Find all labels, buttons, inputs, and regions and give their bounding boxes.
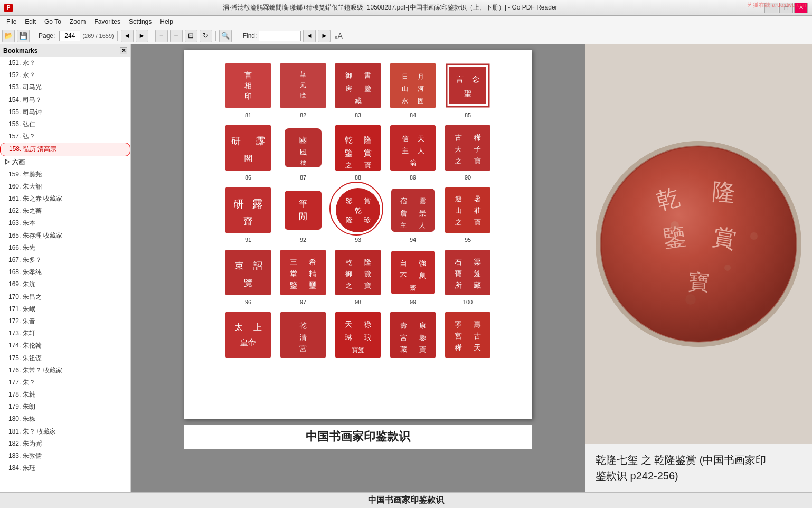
menu-file[interactable]: File — [2, 17, 21, 26]
bookmark-item-181[interactable]: 181. 朱？ 收藏家 — [0, 426, 130, 438]
svg-text:鑒: 鑒 — [346, 197, 353, 205]
svg-point-149 — [724, 265, 731, 271]
svg-text:璋: 璋 — [300, 92, 306, 99]
nav-forward[interactable]: ► — [136, 30, 148, 42]
bookmark-item-163[interactable]: 163. 朱本 — [0, 217, 130, 229]
seal-img-89: 信 天 主 人 翁 — [388, 123, 438, 173]
bookmark-item-176[interactable]: 176. 朱常？ 收藏家 — [0, 364, 130, 377]
find-next[interactable]: ► — [318, 30, 331, 42]
seal-cell-92: 筆 閒 92 — [278, 185, 328, 243]
bookmark-item-169[interactable]: 169. 朱沆 — [0, 278, 130, 290]
seal-row-5: 太 上 皇帝 乾 清 宮 — [194, 309, 522, 360]
seal-cell-95: 避 暑 山 莊 之 寶 95 — [442, 185, 493, 243]
seal-img-99: 自 強 不 息 齋 — [388, 247, 438, 298]
seal-img-96: 束 詔 覽 — [223, 247, 273, 298]
bookmark-item-167[interactable]: 167. 朱多？ — [0, 254, 130, 266]
bookmark-item-168[interactable]: 168. 朱孝纯 — [0, 266, 130, 278]
rotate[interactable]: ↻ — [200, 30, 212, 42]
bookmark-item-173[interactable]: 173. 朱轩 — [0, 327, 130, 340]
bookmark-item-177[interactable]: 177. 朱？ — [0, 377, 130, 389]
bookmark-item-155[interactable]: 155. 司马钟 — [0, 106, 130, 118]
menu-settings[interactable]: Settings — [125, 17, 156, 26]
svg-rect-34 — [335, 125, 381, 171]
menu-zoom[interactable]: Zoom — [65, 17, 90, 26]
bookmark-item-178[interactable]: 178. 朱㲤 — [0, 389, 130, 401]
menu-help[interactable]: Help — [156, 17, 177, 26]
bookmark-section-六画[interactable]: ▷ 六画 — [0, 156, 130, 168]
bookmark-item-183[interactable]: 183. 朱敦儒 — [0, 450, 130, 462]
page-input[interactable] — [59, 31, 80, 41]
bookmark-item-172[interactable]: 172. 朱音 — [0, 315, 130, 327]
svg-text:寶笈: 寶笈 — [352, 346, 364, 354]
open-button[interactable]: 📂 — [2, 30, 15, 42]
watermark: 艺狐在线 artfoxlive.com — [747, 1, 808, 9]
svg-text:御: 御 — [345, 270, 352, 278]
svg-text:月: 月 — [418, 73, 424, 80]
sidebar-header: Bookmarks ✕ — [0, 44, 130, 57]
svg-text:渠: 渠 — [474, 258, 481, 266]
pdf-view[interactable]: 言 相 印 81 華 元 — [131, 44, 585, 492]
bookmark-item-157[interactable]: 157. 弘？ — [0, 130, 130, 143]
bookmark-item-159[interactable]: 159. 年羹尧 — [0, 168, 130, 181]
bookmark-item-175[interactable]: 175. 朱祖谋 — [0, 352, 130, 364]
svg-text:御: 御 — [345, 71, 352, 79]
save-button[interactable]: 💾 — [17, 30, 30, 42]
svg-text:閒: 閒 — [299, 212, 307, 221]
bookmark-item-152[interactable]: 152. 永？ — [0, 69, 130, 81]
svg-text:露: 露 — [252, 198, 263, 210]
menu-edit[interactable]: Edit — [21, 17, 40, 26]
svg-point-151 — [750, 232, 758, 240]
svg-text:壽: 壽 — [400, 322, 407, 330]
svg-text:樓: 樓 — [300, 159, 306, 166]
svg-text:太: 太 — [234, 323, 243, 332]
svg-text:所: 所 — [455, 281, 462, 289]
menu-favorites[interactable]: Favorites — [90, 17, 125, 26]
sidebar-close-button[interactable]: ✕ — [120, 47, 127, 54]
search-btn[interactable]: 🔍 — [219, 30, 232, 42]
menu-goto[interactable]: Go To — [40, 17, 65, 26]
svg-rect-85 — [280, 250, 326, 295]
fit-page[interactable]: ⊡ — [185, 30, 197, 42]
bookmark-item-174[interactable]: 174. 朱伦翰 — [0, 340, 130, 352]
bookmark-item-166[interactable]: 166. 朱先 — [0, 242, 130, 254]
svg-point-148 — [671, 221, 679, 230]
seal-img-93: 鑒 賞 乾 隆 珍 — [333, 185, 383, 236]
seal-cell-96: 束 詔 覽 96 — [223, 247, 273, 305]
bookmark-item-156[interactable]: 156. 弘仁 — [0, 118, 130, 130]
seal-img-82: 華 元 璋 — [278, 60, 328, 111]
bookmark-item-153[interactable]: 153. 司马光 — [0, 81, 130, 93]
bookmark-item-165[interactable]: 165. 朱存理 收藏家 — [0, 230, 130, 242]
svg-text:古: 古 — [455, 134, 462, 142]
bookmark-item-171[interactable]: 171. 朱岷 — [0, 303, 130, 315]
sidebar: Bookmarks ✕ 151. 永？152. 永？153. 司马光154. 司… — [0, 44, 131, 492]
zoom-out[interactable]: － — [155, 30, 168, 42]
bookmark-item-158[interactable]: 158. 弘历 清高宗 — [0, 143, 130, 156]
find-label: Find: — [243, 32, 257, 40]
svg-text:寶: 寶 — [474, 157, 481, 165]
bookmark-item-184[interactable]: 184. 朱珏 — [0, 462, 130, 474]
zoom-in[interactable]: ＋ — [170, 30, 183, 42]
bookmark-item-162[interactable]: 162. 朱之蕃 — [0, 205, 130, 217]
bookmark-item-160[interactable]: 160. 朱大韶 — [0, 181, 130, 193]
find-prev[interactable]: ◄ — [303, 30, 316, 42]
bookmark-item-180[interactable]: 180. 朱栋 — [0, 413, 130, 425]
status-text: 中国书画家印鉴款识 — [368, 495, 444, 506]
bookmarks-list: 151. 永？152. 永？153. 司马光154. 司马？155. 司马钟15… — [0, 57, 130, 492]
bookmark-item-179[interactable]: 179. 朱朗 — [0, 401, 130, 413]
bookmark-item-151[interactable]: 151. 永？ — [0, 57, 130, 69]
bookmark-item-182[interactable]: 182. 朱为弼 — [0, 438, 130, 450]
seal-img-81: 言 相 印 — [223, 60, 273, 111]
seal-num-82: 82 — [300, 112, 306, 118]
nav-back[interactable]: ◄ — [121, 30, 134, 42]
svg-text:藏: 藏 — [474, 281, 481, 289]
svg-text:子: 子 — [474, 145, 481, 153]
bookmark-item-161[interactable]: 161. 朱之赤 收藏家 — [0, 193, 130, 205]
bookmark-item-154[interactable]: 154. 司马？ — [0, 94, 130, 106]
svg-text:寶: 寶 — [474, 218, 481, 226]
find-input[interactable] — [259, 31, 301, 41]
svg-text:希: 希 — [309, 258, 316, 266]
bookmark-item-170[interactable]: 170. 朱昌之 — [0, 291, 130, 303]
seal-cell-81: 言 相 印 81 — [223, 60, 273, 118]
svg-text:寶: 寶 — [419, 345, 426, 353]
svg-text:堂: 堂 — [290, 270, 297, 278]
